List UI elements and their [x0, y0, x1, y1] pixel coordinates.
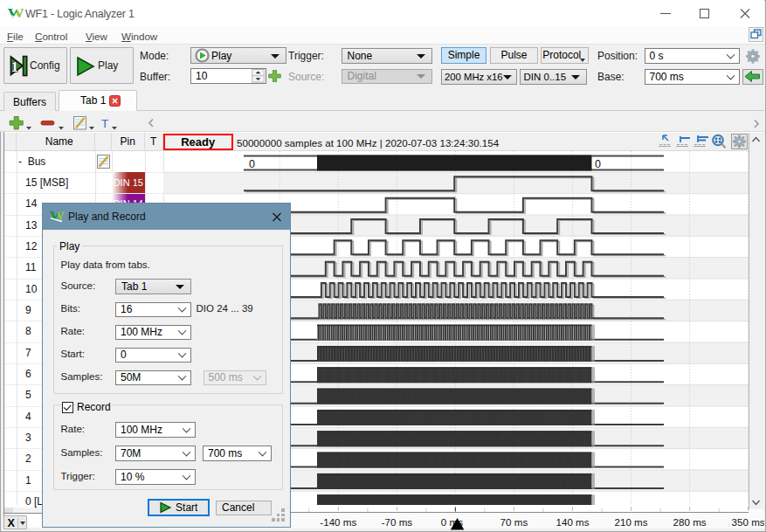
svg-text:210 ms: 210 ms — [614, 516, 647, 528]
svg-text:W: W — [8, 6, 24, 20]
svg-text:70 ms: 70 ms — [500, 516, 528, 528]
svg-text:-70 ms: -70 ms — [382, 516, 413, 528]
svg-text:1: 1 — [11, 59, 19, 75]
svg-text:280 ms: 280 ms — [673, 516, 707, 528]
svg-text:-140 ms: -140 ms — [320, 516, 356, 528]
svg-text:0: 0 — [595, 157, 601, 169]
svg-text:140 ms: 140 ms — [556, 516, 589, 528]
svg-text:0: 0 — [249, 157, 255, 169]
svg-text:T: T — [101, 117, 108, 130]
svg-text:350 ms: 350 ms — [732, 516, 764, 528]
